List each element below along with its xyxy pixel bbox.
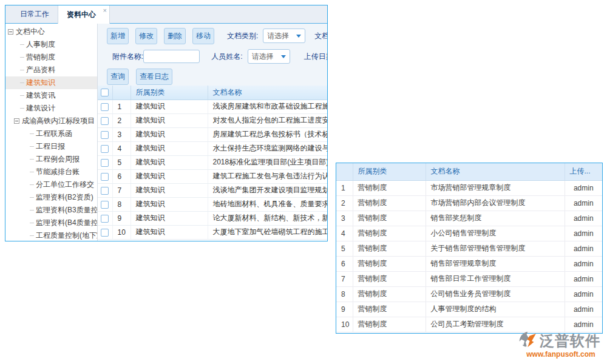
attachment-name-label: 附件名称: [112, 52, 143, 62]
table-row[interactable]: 9建筑知识论大厦新材料、新结构、新技术，新工... [98, 211, 327, 225]
table-row[interactable]: 9营销制度人事管理制度的结构admin [336, 302, 602, 317]
tree-item-work-transfer[interactable]: 分工单位工作移交 [5, 178, 97, 191]
row-number-cell: 7 [336, 271, 353, 286]
row-checkbox[interactable] [101, 187, 109, 195]
docname-cell: 水土保持生态环境监测网络的建设与资... [208, 141, 327, 155]
tab-label: 资料中心 [67, 10, 96, 19]
move-button[interactable]: 移动 [192, 28, 214, 44]
row-checkbox[interactable] [101, 131, 109, 139]
tree-item-hr-policy[interactable]: 人事制度 [5, 38, 97, 51]
docname-cell: 公司销售业务员管理制度 [426, 286, 565, 302]
docname-column-header[interactable]: 文档名称 [208, 86, 327, 99]
table-row[interactable]: 10建筑知识大厦地下室加气砼墙砌筑工程的施工方... [98, 225, 327, 239]
docname-column-header[interactable]: 文档名称 [426, 163, 565, 180]
tree-item-building-knowledge[interactable]: 建筑知识 [5, 76, 97, 89]
table-row[interactable]: 5营销制度关于销售部管理销售管理制度admin [336, 241, 602, 256]
table-row[interactable]: 6营销制度销售部管理规章制度admin [336, 256, 602, 271]
row-number-cell: 2 [336, 195, 353, 211]
category-cell: 建筑知识 [131, 197, 208, 211]
docname-cell: 关于销售部管理销售管理制度 [426, 241, 565, 256]
category-column-header[interactable]: 所属别类 [131, 86, 208, 99]
tree-root-document-center[interactable]: 文档中心 [5, 25, 97, 38]
docname-cell: 市场营销部内部会议管理制度 [426, 195, 565, 211]
select-all-checkbox[interactable] [101, 89, 109, 96]
table-header-row: 所属别类 文档名称 上传... [336, 163, 602, 180]
tab-daily-work[interactable]: 日常工作 [12, 5, 58, 23]
add-button[interactable]: 新增 [107, 28, 129, 44]
uploader-column-header[interactable]: 上传... [565, 163, 602, 180]
category-cell: 建筑知识 [131, 183, 208, 197]
view-log-button[interactable]: 查看日志 [136, 69, 172, 85]
edit-button[interactable]: 修改 [135, 28, 157, 44]
row-checkbox[interactable] [101, 103, 109, 111]
upload-date-label: 上传日期: [304, 52, 327, 62]
uploader-cell: admin [565, 226, 602, 241]
tree-item-contact-letter[interactable]: 工程联系函 [5, 127, 97, 140]
table-row[interactable]: 8营销制度公司销售业务员管理制度admin [336, 286, 602, 302]
category-cell: 建筑知识 [131, 211, 208, 225]
tree-item-building-news[interactable]: 建筑资讯 [5, 89, 97, 102]
row-checkbox[interactable] [101, 173, 109, 181]
table-row[interactable]: 4建筑知识水土保持生态环境监测网络的建设与资... [98, 141, 327, 155]
table-row[interactable]: 7建筑知识浅谈地产集团开发建设项目监理规划编... [98, 183, 327, 197]
tree-item-product-data[interactable]: 产品资料 [5, 64, 97, 76]
table-row[interactable]: 4营销制度小公司销售管理制度admin [336, 226, 602, 241]
tree-line [30, 197, 34, 198]
table-row[interactable]: 1建筑知识浅谈房屋建筑和市政基础设施工程施工... [98, 99, 327, 113]
row-checkbox[interactable] [101, 215, 109, 223]
row-checkbox[interactable] [101, 159, 109, 167]
close-icon[interactable]: × [103, 7, 107, 14]
table-row[interactable]: 7营销制度销售部日常工作管理制度admin [336, 271, 602, 286]
tree-node-project[interactable]: 成渝高铁内江标段项目 [5, 115, 97, 127]
collapse-icon[interactable] [14, 118, 19, 124]
delete-button[interactable]: 删除 [164, 28, 186, 44]
tree-item-building-design[interactable]: 建筑设计 [5, 102, 97, 115]
tree-item-supervision-b3[interactable]: 监理资料(B3质量控制) [5, 204, 97, 217]
table-row[interactable]: 5建筑知识2018标准化监理项目部(业主项目部)人员... [98, 155, 327, 169]
tree-item-daily-report[interactable]: 工程日报 [5, 140, 97, 153]
query-button[interactable]: 查询 [107, 69, 129, 85]
row-checkbox[interactable] [101, 201, 109, 209]
doc-type-label: 文档类别: [227, 31, 258, 41]
document-center-window: 日常工作 资料中心 × 文档中心 人事制度 营销制度 产品资料 建筑知识 建筑资… [5, 5, 328, 241]
row-checkbox[interactable] [101, 117, 109, 125]
category-column-header[interactable]: 所属别类 [353, 163, 426, 180]
table-row[interactable]: 10营销制度公司员工考勤管理制度admin [336, 317, 602, 332]
uploader-cell: admin [565, 211, 602, 226]
tree-item-weekly-meeting[interactable]: 工程例会周报 [5, 153, 97, 166]
tree-line [20, 70, 24, 70]
table-row[interactable]: 3营销制度销售部奖惩制度admin [336, 211, 602, 226]
document-table: 所属别类 文档名称 1建筑知识浅谈房屋建筑和市政基础设施工程施工... 2建筑知… [98, 86, 327, 240]
tree-item-quality-basement[interactable]: 工程质量控制(地下室) [5, 229, 97, 241]
marketing-policy-panel: 所属别类 文档名称 上传... 1营销制度市场营销部管理规章制度admin 2营… [336, 163, 603, 334]
doc-type-select[interactable]: 请选择 [263, 29, 305, 43]
tree-item-supervision-b4[interactable]: 监理资料(B4质量控制) [5, 217, 97, 229]
row-number-cell: 5 [112, 155, 131, 169]
tree-item-supervision-b2[interactable]: 监理资料(B2资质) [5, 191, 97, 204]
table-row[interactable]: 2建筑知识对发包人指定分包的工程施工进度安排... [98, 113, 327, 127]
tree-line [30, 146, 34, 147]
category-cell: 营销制度 [353, 317, 426, 332]
row-number-cell: 3 [112, 127, 131, 141]
uploader-cell: admin [565, 241, 602, 256]
table-row[interactable]: 1营销制度市场营销部管理规章制度admin [336, 180, 602, 195]
tab-data-center[interactable]: 资料中心 × [58, 5, 110, 24]
tree-line [30, 159, 34, 160]
row-checkbox[interactable] [101, 229, 109, 237]
table-row[interactable]: 2营销制度市场营销部内部会议管理制度admin [336, 195, 602, 211]
table-header-row: 所属别类 文档名称 [98, 86, 327, 99]
table-row[interactable]: 3建筑知识房屋建筑工程总承包投标书（技术标）... [98, 127, 327, 141]
tree-line [20, 95, 24, 96]
category-cell: 营销制度 [353, 271, 426, 286]
table-row[interactable]: 8建筑知识地砖地面材料、机具准备、质量要求及... [98, 197, 327, 211]
category-cell: 建筑知识 [131, 225, 208, 239]
table-row[interactable]: 6建筑知识建筑工程施工发包与承包违法行为认定... [98, 169, 327, 183]
fanpu-logo-url[interactable]: www.fanpusoft.com [518, 350, 604, 359]
row-checkbox[interactable] [101, 145, 109, 153]
person-name-select[interactable]: 请选择 [248, 49, 290, 64]
collapse-icon[interactable] [8, 29, 13, 35]
attachment-name-input[interactable] [143, 50, 200, 63]
fanpu-logo-icon [518, 331, 540, 351]
tree-item-energy-ledger[interactable]: 节能减排台账 [5, 166, 97, 178]
tree-item-marketing-policy[interactable]: 营销制度 [5, 51, 97, 64]
